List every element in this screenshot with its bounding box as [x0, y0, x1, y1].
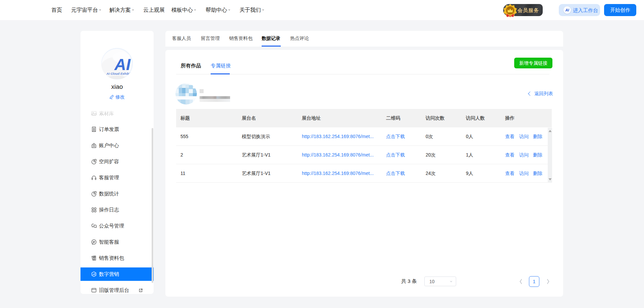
svg-text:VIP: VIP	[508, 14, 512, 16]
svg-text:AI: AI	[114, 56, 131, 73]
svg-text:AI Cloud Exhibit: AI Cloud Exhibit	[106, 72, 131, 75]
